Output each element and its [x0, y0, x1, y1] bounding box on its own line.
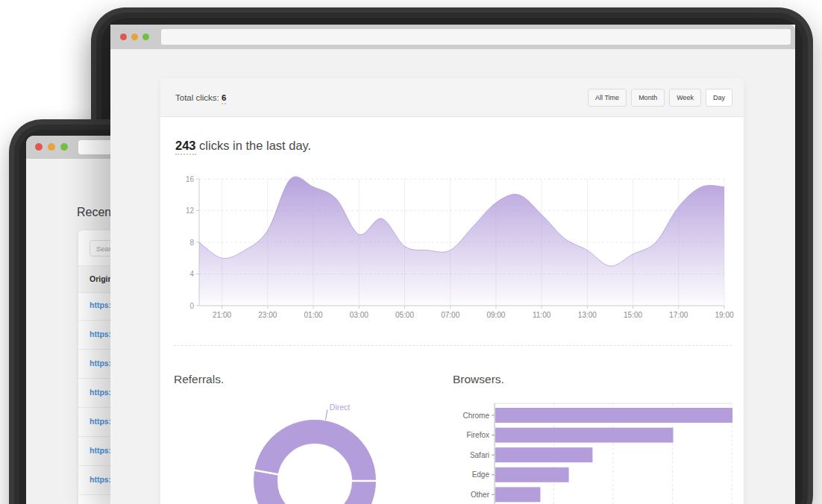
svg-text:23:00: 23:00 — [258, 311, 277, 319]
svg-text:07:00: 07:00 — [441, 311, 459, 319]
svg-text:17:00: 17:00 — [669, 311, 688, 319]
svg-text:09:00: 09:00 — [486, 311, 505, 319]
minimize-window-icon[interactable] — [131, 34, 138, 40]
bar-chrome — [495, 408, 732, 423]
bar-label-firefox: Firefox — [466, 431, 489, 439]
bar-edge — [495, 467, 569, 482]
svg-text:03:00: 03:00 — [350, 311, 368, 319]
donut-label-direct: Direct — [330, 403, 351, 412]
svg-text:16: 16 — [186, 175, 195, 183]
svg-text:0: 0 — [189, 302, 194, 310]
front-browser-window: Total clicks: 6 All TimeMonthWeekDay 243… — [110, 25, 795, 504]
stats-header-bar: Total clicks: 6 All TimeMonthWeekDay — [160, 78, 744, 117]
filter-button-all-time[interactable]: All Time — [588, 89, 627, 107]
filter-button-month[interactable]: Month — [631, 89, 665, 107]
referrals-donut-chart: Direct — [246, 397, 384, 504]
desktop-stage: Recent Original https://https://https://… — [0, 0, 822, 504]
total-clicks-label: Total clicks: 6 — [175, 93, 226, 102]
total-clicks-value: 6 — [222, 93, 226, 104]
clicks-area-chart: 21:0023:0001:0003:0005:0007:0009:0011:00… — [160, 173, 736, 348]
clicks-headline-text: clicks in the last day. — [196, 139, 312, 152]
recent-links-heading: Recent — [77, 206, 115, 219]
svg-text:05:00: 05:00 — [395, 311, 414, 319]
bar-label-edge: Edge — [472, 470, 490, 479]
referrals-section-title: Referrals. — [174, 373, 224, 386]
minimize-window-icon[interactable] — [48, 143, 55, 151]
filter-button-day[interactable]: Day — [706, 89, 732, 107]
total-clicks-text: Total clicks: — [175, 93, 219, 102]
bar-other — [495, 487, 540, 502]
front-browser-chrome — [110, 25, 795, 49]
bar-firefox — [495, 428, 674, 443]
svg-text:13:00: 13:00 — [578, 311, 597, 319]
maximize-window-icon[interactable] — [60, 143, 68, 151]
svg-text:19:00: 19:00 — [715, 311, 733, 319]
front-address-bar[interactable] — [161, 29, 791, 45]
svg-text:8: 8 — [189, 239, 194, 247]
analytics-page: Total clicks: 6 All TimeMonthWeekDay 243… — [110, 49, 795, 504]
svg-text:21:00: 21:00 — [213, 311, 231, 319]
browsers-section-title: Browsers. — [453, 373, 504, 386]
svg-text:12: 12 — [186, 207, 195, 215]
svg-text:15:00: 15:00 — [624, 311, 642, 319]
bar-safari — [495, 447, 592, 462]
svg-text:11:00: 11:00 — [533, 311, 551, 319]
maximize-window-icon[interactable] — [142, 34, 149, 40]
filter-button-week[interactable]: Week — [669, 89, 701, 107]
svg-text:4: 4 — [189, 270, 194, 278]
section-divider — [174, 345, 732, 346]
time-filter-group: All TimeMonthWeekDay — [588, 89, 732, 107]
bar-label-chrome: Chrome — [462, 412, 489, 420]
clicks-headline: 243 clicks in the last day. — [175, 139, 311, 153]
svg-text:01:00: 01:00 — [304, 311, 323, 319]
close-window-icon[interactable] — [35, 143, 43, 151]
close-window-icon[interactable] — [120, 34, 127, 40]
bar-label-safari: Safari — [470, 451, 489, 459]
analytics-card: Total clicks: 6 All TimeMonthWeekDay 243… — [160, 78, 744, 504]
bar-label-other: Other — [471, 491, 490, 499]
browsers-bar-chart: ChromeFirefoxSafariEdgeOther — [448, 394, 742, 504]
clicks-count: 243 — [175, 139, 196, 155]
